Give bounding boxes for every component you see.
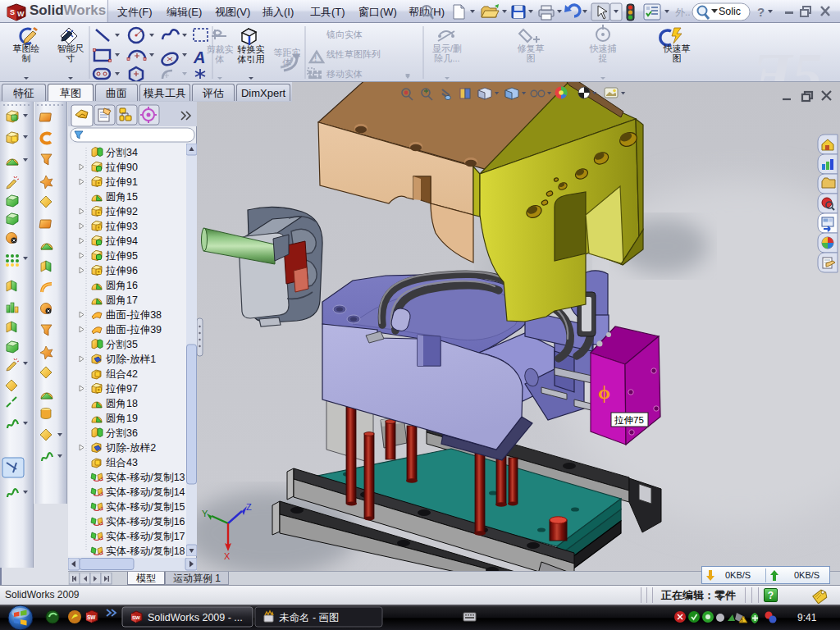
svg-text:实体-移动/复制18: 实体-移动/复制18: [106, 546, 185, 557]
svg-text:拉伸95: 拉伸95: [105, 250, 138, 262]
svg-text:未命名 - 画图: 未命名 - 画图: [279, 612, 340, 623]
svg-text:实体-移动/复制17: 实体-移动/复制17: [106, 531, 185, 542]
svg-text:SW: SW: [87, 614, 96, 620]
svg-text:拉伸91: 拉伸91: [105, 176, 138, 188]
svg-text:Z: Z: [246, 502, 252, 512]
svg-text:!: !: [742, 618, 743, 623]
svg-text:实体-移动/复制14: 实体-移动/复制14: [106, 486, 185, 498]
svg-text:分割36: 分割36: [106, 427, 138, 439]
svg-text:实体-移动/复制16: 实体-移动/复制16: [106, 516, 185, 527]
svg-text:实体-移动/复制13: 实体-移动/复制13: [106, 472, 185, 483]
svg-text:外..: 外..: [675, 7, 691, 18]
svg-text:!: !: [314, 54, 317, 63]
svg-text:圆角19: 圆角19: [106, 413, 138, 424]
svg-text:拉伸96: 拉伸96: [105, 265, 138, 276]
svg-text:SolidWorks 2009 - ...: SolidWorks 2009 - ...: [148, 612, 243, 623]
svg-text:曲面-拉伸39: 曲面-拉伸39: [106, 324, 162, 336]
svg-text:X: X: [224, 551, 231, 561]
svg-text:拉伸97: 拉伸97: [105, 383, 138, 395]
svg-text:拉伸75: 拉伸75: [614, 415, 644, 425]
svg-text:实体-移动/复制15: 实体-移动/复制15: [106, 501, 185, 513]
svg-text:W: W: [17, 10, 25, 18]
svg-text:拉伸93: 拉伸93: [105, 221, 138, 232]
svg-text:组合42: 组合42: [106, 368, 138, 380]
svg-text:拉伸94: 拉伸94: [105, 235, 138, 247]
svg-text:切除-放样2: 切除-放样2: [105, 442, 156, 454]
svg-text:?: ?: [757, 5, 765, 19]
svg-text:切除-放样1: 切除-放样1: [105, 354, 156, 365]
svg-text:Solic: Solic: [719, 6, 741, 17]
svg-text:Y: Y: [202, 509, 208, 518]
svg-text:圆角17: 圆角17: [106, 294, 138, 306]
svg-text:分割35: 分割35: [106, 339, 138, 350]
svg-text:曲面-拉伸38: 曲面-拉伸38: [106, 309, 162, 321]
svg-text:9:41: 9:41: [797, 612, 817, 623]
svg-text:拉伸92: 拉伸92: [105, 206, 138, 217]
svg-text:Ǝ5: Ǝ5: [751, 41, 822, 81]
svg-text:分割34: 分割34: [106, 147, 138, 158]
svg-text:SW: SW: [132, 615, 140, 620]
svg-text:ϕ: ϕ: [598, 381, 610, 403]
svg-text:圆角15: 圆角15: [106, 191, 138, 203]
svg-text:组合43: 组合43: [106, 457, 138, 468]
svg-text:圆角18: 圆角18: [106, 398, 138, 409]
svg-text:拉伸90: 拉伸90: [105, 162, 138, 173]
svg-text:圆角16: 圆角16: [106, 280, 138, 291]
svg-text:S: S: [10, 8, 15, 16]
